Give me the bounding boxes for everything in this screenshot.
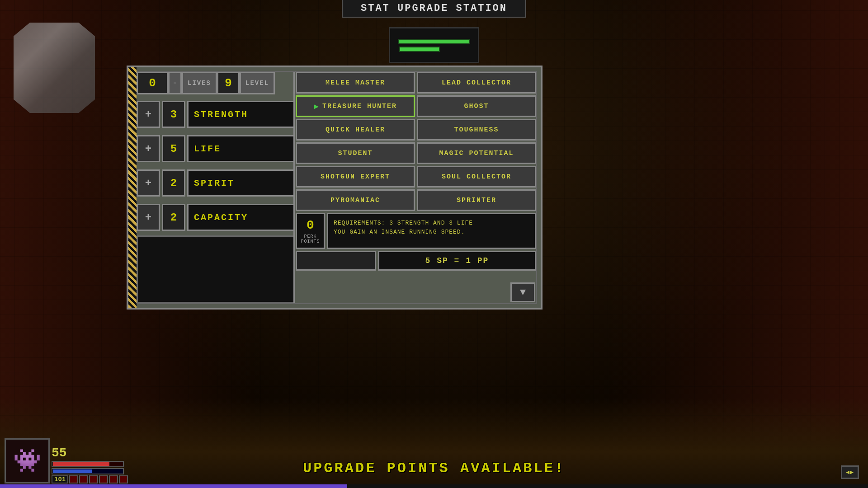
perk-shotgun-expert-label: SHOTGUN EXPERT [321,173,390,181]
spirit-label: SPIRIT [194,178,235,188]
player-hud: 55 101 [5,438,128,483]
ammo-row: 101 [52,475,128,483]
perk-melee-master[interactable]: MELEE MASTER [296,72,415,94]
ammo-box-2 [79,475,88,483]
level-label-box: LEVEL [240,72,275,94]
perk-description-text-box: REQUIREMENTS: 3 STRENGTH AND 3 LIFE YOU … [327,213,536,249]
perk-treasure-hunter-label: TREASURE HUNTER [322,103,397,110]
perk-quick-healer-label: QUICK HEALER [326,126,385,134]
life-value: 5 [170,143,177,155]
perk-quick-healer[interactable]: QUICK HEALER [296,119,415,141]
perk-arrow-icon: ▶ [314,101,319,111]
perk-soul-collector[interactable]: SOUL COLLECTOR [417,166,536,188]
chevron-down-icon: ▼ [520,287,526,298]
capacity-value-box: 2 [162,204,185,231]
plus-icon: + [145,108,151,121]
spirit-value: 2 [170,177,177,189]
life-row: + 5 LIFE [137,132,295,165]
strength-label: STRENGTH [194,109,248,120]
lives-label-box: LIVES [182,72,217,94]
life-plus-button[interactable]: + [137,135,160,162]
level-label: LEVEL [245,80,269,87]
perk-sprinter[interactable]: SPRINTER [417,189,536,211]
ammo-box-1 [69,475,78,483]
ammo-box-4 [99,475,108,483]
sp-input[interactable] [296,251,376,271]
right-hud: ◀▶ [841,465,859,479]
perk-student[interactable]: STUDENT [296,142,415,164]
left-decoration [14,23,95,113]
perk-points-box: 0 PERKPOINTS [296,213,325,249]
perk-toughness[interactable]: TOUGHNESS [417,119,536,141]
perk-pyromaniac[interactable]: PYROMANIAC [296,189,415,211]
perk-sprinter-label: SPRINTER [457,197,496,204]
health-bar [52,461,124,467]
capacity-label: CAPACITY [194,212,248,223]
spirit-plus-button[interactable]: + [137,169,160,197]
life-label: LIFE [194,144,221,154]
green-display [389,27,479,63]
capacity-name-box: CAPACITY [187,204,295,231]
main-panel: 0 - LIVES 9 LEVEL + [127,66,542,310]
perk-pyromaniac-label: PYROMANIAC [330,197,380,204]
perk-student-label: STUDENT [338,150,373,157]
score-box: 0 [137,72,168,94]
perk-toughness-label: TOUGHNESS [454,126,499,134]
title-text: STAT UPGRADE STATION [361,3,507,14]
hazard-stripe [128,67,137,308]
health-number: 55 [52,446,128,460]
perks-section: MELEE MASTER LEAD COLLECTOR ▶ TREASURE H… [296,72,536,303]
ammo-box-6 [119,475,128,483]
perk-magic-potential-label: MAGIC POTENTIAL [439,150,514,157]
mana-bar [52,468,124,474]
perk-description-text: REQUIREMENTS: 3 STRENGTH AND 3 LIFE YOU … [334,219,529,236]
perk-soul-collector-label: SOUL COLLECTOR [442,173,511,181]
health-bar-fill [53,462,109,466]
perk-shotgun-expert[interactable]: SHOTGUN EXPERT [296,166,415,188]
spirit-row: + 2 SPIRIT [137,167,295,199]
perk-description-area: 0 PERKPOINTS REQUIREMENTS: 3 STRENGTH AN… [296,213,536,249]
strength-plus-button[interactable]: + [137,101,160,128]
life-value-box: 5 [162,135,185,162]
strength-value: 3 [170,108,177,121]
capacity-plus-button[interactable]: + [137,204,160,231]
perk-treasure-hunter[interactable]: ▶ TREASURE HUNTER [296,95,415,117]
right-hud-box: ◀▶ [841,465,859,479]
perk-melee-master-label: MELEE MASTER [326,79,385,87]
mana-bar-fill [53,469,92,473]
strength-row: + 3 STRENGTH [137,98,295,131]
lives-label: LIVES [188,80,211,87]
perk-magic-potential[interactable]: MAGIC POTENTIAL [417,142,536,164]
sp-pp-label-box: 5 SP = 1 PP [378,251,536,271]
spirit-name-box: SPIRIT [187,169,295,197]
title-bar: STAT UPGRADE STATION [342,0,526,18]
header-row: 0 - LIVES 9 LEVEL [137,72,295,94]
player-portrait [5,438,50,483]
vertical-separator [293,72,295,303]
lives-value-box: 9 [217,72,240,94]
upgrade-banner: UPGRADE POINTS AVAILABLE! [303,460,565,477]
life-name-box: LIFE [187,135,295,162]
plus-icon-life: + [145,143,151,155]
perk-lead-collector[interactable]: LEAD COLLECTOR [417,72,536,94]
sp-pp-label: 5 SP = 1 PP [425,256,489,265]
scroll-down-button[interactable]: ▼ [510,282,535,302]
perks-grid: MELEE MASTER LEAD COLLECTOR ▶ TREASURE H… [296,72,536,211]
sp-pp-row: 5 SP = 1 PP [296,251,536,271]
dash-box: - [168,72,182,94]
perk-lead-collector-label: LEAD COLLECTOR [442,79,511,87]
perk-ghost[interactable]: GHOST [417,95,536,117]
perk-points-label: PERKPOINTS [301,234,320,244]
progress-bar-fill [0,484,347,488]
perk-ghost-label: GHOST [464,103,489,110]
hud-stats: 55 101 [52,446,128,483]
upgrade-banner-text: UPGRADE POINTS AVAILABLE! [303,460,565,477]
character-preview [137,235,295,303]
green-bar-2 [399,47,440,52]
plus-icon-capacity: + [145,211,151,224]
green-bar-1 [398,39,470,44]
capacity-value: 2 [170,211,177,224]
capacity-row: + 2 CAPACITY [137,201,295,234]
ammo-box-3 [89,475,98,483]
progress-bar [0,484,868,488]
